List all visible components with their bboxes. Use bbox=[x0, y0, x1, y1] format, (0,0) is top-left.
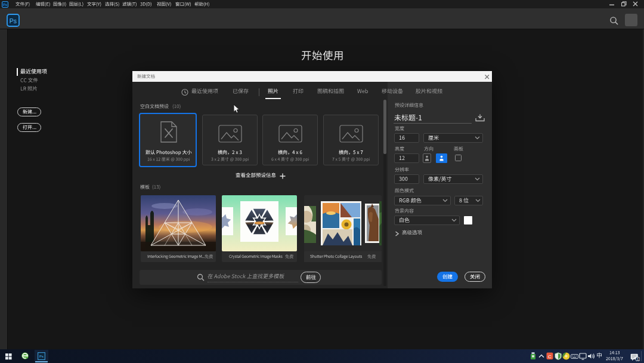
svg-text:Ps: Ps bbox=[3, 3, 7, 7]
svg-text:Ps: Ps bbox=[10, 17, 17, 24]
svg-text:Ps: Ps bbox=[39, 355, 44, 358]
svg-text:1: 1 bbox=[637, 357, 639, 361]
svg-text:C: C bbox=[548, 354, 552, 359]
